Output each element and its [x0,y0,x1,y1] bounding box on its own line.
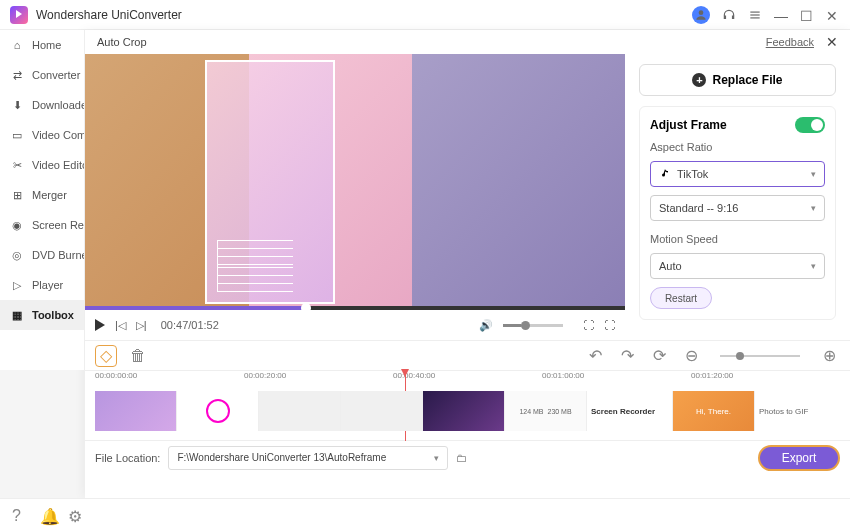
auto-crop-modal: Auto Crop Feedback ✕ |◁ ▷| 00:47/01:52 [85,30,850,498]
sidebar-item-screen-recorder[interactable]: ◉Screen Recorder [0,210,84,240]
sidebar-item-home[interactable]: ⌂Home [0,30,84,60]
sidebar-item-label: Video Editor [32,159,84,171]
maximize-button[interactable]: ☐ [800,8,814,22]
restart-button[interactable]: Restart [650,287,712,309]
adjust-frame-label: Adjust Frame [650,118,727,132]
clip[interactable] [341,391,422,431]
modal-title: Auto Crop [97,36,147,48]
zoom-in-button[interactable]: ⊕ [818,345,840,367]
minimize-button[interactable]: — [774,8,788,22]
modal-footer: File Location: F:\Wondershare UniConvert… [85,440,850,474]
clip[interactable] [95,391,176,431]
standard-value: Standard -- 9:16 [659,202,739,214]
next-frame-button[interactable]: ▷| [136,319,147,332]
chevron-down-icon: ▾ [434,453,439,463]
sidebar-item-editor[interactable]: ✂Video Editor [0,150,84,180]
app-logo-icon [10,6,28,24]
timecode: 00:47/01:52 [161,319,219,331]
close-icon[interactable]: ✕ [826,34,838,50]
refresh-button[interactable]: ⟳ [648,345,670,367]
motion-speed-select[interactable]: Auto ▾ [650,253,825,279]
sidebar-item-converter[interactable]: ⇄Converter [0,60,84,90]
sidebar: ⌂Home ⇄Converter ⬇Downloader ▭Video Comp… [0,30,85,370]
chevron-down-icon: ▾ [811,261,816,271]
timeline-ruler: 00:00:00:00 00:00:20:00 00:00:40:00 00:0… [85,371,850,387]
add-marker-button[interactable]: ◇ [95,345,117,367]
seek-bar[interactable] [85,306,625,310]
player-controls: |◁ ▷| 00:47/01:52 🔊 ⛶ ⛶ [85,310,625,340]
zoom-slider[interactable] [720,355,800,357]
aspect-ratio-label: Aspect Ratio [650,141,825,153]
file-location-select[interactable]: F:\Wondershare UniConverter 13\AutoRefra… [168,446,448,470]
adjust-panel: + Replace File Adjust Frame Aspect Ratio… [625,54,850,340]
standard-select[interactable]: Standard -- 9:16 ▾ [650,195,825,221]
sidebar-item-label: Merger [32,189,67,201]
video-preview[interactable] [85,54,625,310]
sidebar-item-label: Home [32,39,61,51]
aspect-ratio-select[interactable]: TikTok ▾ [650,161,825,187]
timeline[interactable]: 00:00:00:00 00:00:20:00 00:00:40:00 00:0… [85,370,850,440]
export-button[interactable]: Export [758,445,840,471]
preview-content [85,54,625,310]
delete-button[interactable]: 🗑 [127,345,149,367]
compress-icon: ▭ [10,128,24,142]
sidebar-item-dvd-burner[interactable]: ◎DVD Burner [0,240,84,270]
menu-icon[interactable] [748,8,762,22]
headset-icon[interactable] [722,8,736,22]
sidebar-item-downloader[interactable]: ⬇Downloader [0,90,84,120]
clip[interactable] [177,391,258,431]
clip[interactable] [259,391,340,431]
help-icon[interactable]: ? [12,507,26,521]
svg-point-0 [699,10,704,15]
modal-header: Auto Crop Feedback ✕ [85,30,850,54]
tiktok-icon [659,168,671,180]
clip[interactable] [423,391,504,431]
settings-icon[interactable]: ⚙ [68,507,82,521]
volume-slider[interactable] [503,324,563,327]
play-icon: ▷ [10,278,24,292]
motion-value: Auto [659,260,682,272]
replace-label: Replace File [712,73,782,87]
clip[interactable]: Hi, There. [673,391,754,431]
sidebar-item-player[interactable]: ▷Player [0,270,84,300]
play-button[interactable] [95,319,105,331]
crop-frame[interactable] [205,60,335,304]
replace-file-button[interactable]: + Replace File [639,64,836,96]
sidebar-item-label: Screen Recorder [32,219,84,231]
sidebar-item-toolbox[interactable]: ▦Toolbox [0,300,84,330]
app-title: Wondershare UniConverter [36,8,692,22]
motion-speed-label: Motion Speed [650,233,825,245]
prev-frame-button[interactable]: |◁ [115,319,126,332]
aspect-ratio-value: TikTok [677,168,708,180]
plus-icon: + [692,73,706,87]
snapshot-icon[interactable]: ⛶ [583,319,594,331]
clip[interactable]: Screen Recorder [587,391,672,431]
sidebar-item-label: Video Compressor [32,129,84,141]
volume-icon[interactable]: 🔊 [479,319,493,332]
clip[interactable]: Photos to GIF [755,391,840,431]
scissors-icon: ✂ [10,158,24,172]
sidebar-item-label: Toolbox [32,309,74,321]
sidebar-item-merger[interactable]: ⊞Merger [0,180,84,210]
timeline-clips[interactable]: 124 MB230 MB Screen Recorder Hi, There. … [95,391,840,431]
account-icon[interactable] [692,6,710,24]
notification-icon[interactable]: 🔔 [40,507,54,521]
undo-button[interactable]: ↶ [584,345,606,367]
grid-icon: ▦ [10,308,24,322]
sidebar-item-label: DVD Burner [32,249,84,261]
fullscreen-icon[interactable]: ⛶ [604,319,615,331]
sidebar-item-compressor[interactable]: ▭Video Compressor [0,120,84,150]
clip[interactable]: 124 MB230 MB [505,391,586,431]
adjust-frame-toggle[interactable] [795,117,825,133]
browse-folder-button[interactable]: 🗀 [456,452,467,464]
sidebar-item-label: Converter [32,69,80,81]
close-window-button[interactable]: ✕ [826,8,840,22]
sidebar-item-label: Player [32,279,63,291]
redo-button[interactable]: ↷ [616,345,638,367]
feedback-link[interactable]: Feedback [766,36,814,48]
home-icon: ⌂ [10,38,24,52]
file-path: F:\Wondershare UniConverter 13\AutoRefra… [177,452,386,463]
record-icon: ◉ [10,218,24,232]
disc-icon: ◎ [10,248,24,262]
zoom-out-button[interactable]: ⊖ [680,345,702,367]
